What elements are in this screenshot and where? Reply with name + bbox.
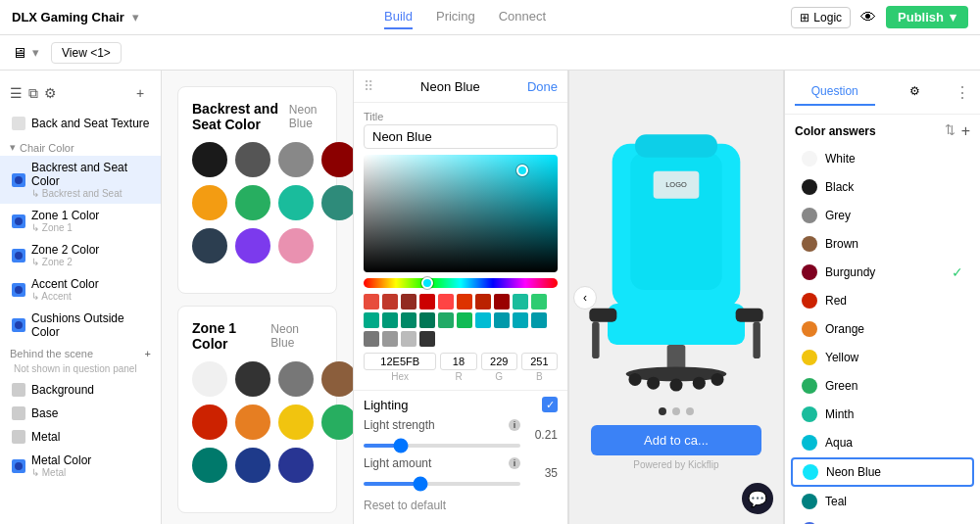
preset-color-16[interactable] xyxy=(475,312,491,328)
sidebar-item-zone2-color[interactable]: Zone 2 Color ↳ Zone 2 xyxy=(0,238,161,272)
publish-button[interactable]: Publish ▾ xyxy=(886,6,968,28)
cp-title-input[interactable] xyxy=(364,124,558,149)
backrest-color-9[interactable] xyxy=(321,185,353,220)
hue-thumb[interactable] xyxy=(421,277,433,289)
tab-pricing[interactable]: Pricing xyxy=(436,5,475,29)
hex-input[interactable] xyxy=(364,353,436,370)
zone1-color-9[interactable] xyxy=(321,405,353,440)
prev-arrow[interactable]: ‹ xyxy=(573,286,597,310)
sort-icon[interactable]: ⇅ xyxy=(945,122,956,140)
sidebar-item-backrest-color[interactable]: Backrest and Seat Color ↳ Backrest and S… xyxy=(0,156,161,204)
zone1-color-12[interactable] xyxy=(192,448,227,483)
preset-color-0[interactable] xyxy=(364,294,379,310)
preset-color-8[interactable] xyxy=(513,294,528,310)
backrest-color-14[interactable] xyxy=(278,228,314,263)
backrest-color-2[interactable] xyxy=(278,142,314,177)
r-input[interactable] xyxy=(440,353,476,370)
backrest-color-8[interactable] xyxy=(278,185,314,220)
hue-bar[interactable] xyxy=(364,278,558,288)
tab-question[interactable]: Question xyxy=(795,78,875,106)
zone1-color-8[interactable] xyxy=(278,405,314,440)
backrest-color-12[interactable] xyxy=(192,228,227,263)
preset-color-18[interactable] xyxy=(513,312,528,328)
b-input[interactable] xyxy=(521,353,558,370)
zone1-color-2[interactable] xyxy=(278,361,314,397)
preset-color-21[interactable] xyxy=(382,331,398,347)
preset-color-3[interactable] xyxy=(419,294,435,310)
collapse-icon[interactable]: ▾ xyxy=(10,141,16,154)
preset-color-17[interactable] xyxy=(494,312,510,328)
preset-color-5[interactable] xyxy=(457,294,472,310)
reset-button[interactable]: Reset to default xyxy=(364,495,446,516)
rp-menu-icon[interactable]: ⋮ xyxy=(955,83,970,102)
device-chevron[interactable]: ▾ xyxy=(32,45,39,60)
light-amount-slider[interactable] xyxy=(364,482,520,486)
drag-handle-icon[interactable]: ⠿ xyxy=(364,78,373,94)
backrest-color-1[interactable] xyxy=(235,142,270,177)
preset-color-1[interactable] xyxy=(382,294,398,310)
zone1-color-6[interactable] xyxy=(192,405,227,440)
color-answer-orange[interactable]: Orange xyxy=(791,315,974,343)
color-answer-minth[interactable]: Minth xyxy=(791,401,974,428)
sidebar-layers-icon[interactable]: ⧉ xyxy=(28,85,38,102)
light-strength-slider[interactable] xyxy=(364,444,520,448)
preset-color-23[interactable] xyxy=(419,331,435,347)
color-answer-yellow[interactable]: Yellow xyxy=(791,344,974,371)
preset-color-14[interactable] xyxy=(438,312,454,328)
backrest-color-6[interactable] xyxy=(192,185,227,220)
sidebar-add-button[interactable]: + xyxy=(129,82,151,104)
eye-icon[interactable]: 👁 xyxy=(860,9,876,26)
backrest-color-0[interactable] xyxy=(192,142,227,177)
sidebar-item-metal-color[interactable]: Metal Color ↳ Metal xyxy=(0,449,161,483)
sidebar-item-back-seat-texture[interactable]: Back and Seat Texture xyxy=(0,112,161,135)
preset-color-13[interactable] xyxy=(419,312,435,328)
color-answer-brown[interactable]: Brown xyxy=(791,230,974,258)
preset-color-22[interactable] xyxy=(401,331,416,347)
preset-color-7[interactable] xyxy=(494,294,510,310)
logic-button[interactable]: ⊞ Logic xyxy=(791,7,851,28)
zone1-color-13[interactable] xyxy=(235,448,270,483)
sidebar-item-background[interactable]: Background xyxy=(0,378,161,402)
color-answer-aqua[interactable]: Aqua xyxy=(791,429,974,456)
nav-dot-1[interactable] xyxy=(659,407,666,415)
zone1-color-3[interactable] xyxy=(321,361,353,397)
preset-color-12[interactable] xyxy=(401,312,416,328)
nav-dot-3[interactable] xyxy=(686,407,694,415)
zone1-color-14[interactable] xyxy=(278,448,314,483)
spectrum-thumb[interactable] xyxy=(516,165,528,176)
lighting-checkbox[interactable]: ✓ xyxy=(542,397,558,412)
zone1-color-1[interactable] xyxy=(235,361,270,397)
zone1-color-0[interactable] xyxy=(192,361,227,397)
preset-color-20[interactable] xyxy=(364,331,379,347)
color-answer-neon-blue[interactable]: Neon Blue xyxy=(791,457,974,487)
nav-dot-2[interactable] xyxy=(672,407,680,415)
sidebar-settings-icon[interactable]: ⚙ xyxy=(44,85,57,101)
chat-icon[interactable]: 💬 xyxy=(742,483,773,514)
view-button[interactable]: View <1> xyxy=(51,42,122,64)
add-answer-icon[interactable]: + xyxy=(961,122,970,140)
preset-color-11[interactable] xyxy=(382,312,398,328)
color-answer-royal-blue[interactable]: Royal Blue xyxy=(791,516,974,524)
backrest-color-7[interactable] xyxy=(235,185,270,220)
sidebar-item-metal[interactable]: Metal xyxy=(0,425,161,449)
tab-connect[interactable]: Connect xyxy=(499,5,546,29)
tab-settings[interactable]: ⚙ xyxy=(875,78,956,106)
preset-color-10[interactable] xyxy=(364,312,379,328)
preset-color-6[interactable] xyxy=(475,294,491,310)
sidebar-item-accent-color[interactable]: Accent Color ↳ Accent xyxy=(0,272,161,307)
preset-color-19[interactable] xyxy=(531,312,547,328)
backrest-color-13[interactable] xyxy=(235,228,270,263)
sidebar-item-cushions-color[interactable]: Cushions Outside Color xyxy=(0,307,161,344)
color-answer-grey[interactable]: Grey xyxy=(791,202,974,229)
color-answer-red[interactable]: Red xyxy=(791,287,974,314)
preset-color-4[interactable] xyxy=(438,294,454,310)
device-icon[interactable]: 🖥 xyxy=(12,44,26,61)
tab-build[interactable]: Build xyxy=(384,5,413,29)
chevron-icon[interactable]: ▾ xyxy=(132,10,139,24)
color-answer-white[interactable]: White xyxy=(791,145,974,172)
g-input[interactable] xyxy=(481,353,517,370)
sidebar-menu-icon[interactable]: ☰ xyxy=(10,85,23,101)
sidebar-item-zone1-color[interactable]: Zone 1 Color ↳ Zone 1 xyxy=(0,204,161,238)
color-spectrum[interactable] xyxy=(364,155,558,272)
color-answer-teal[interactable]: Teal xyxy=(791,488,974,515)
